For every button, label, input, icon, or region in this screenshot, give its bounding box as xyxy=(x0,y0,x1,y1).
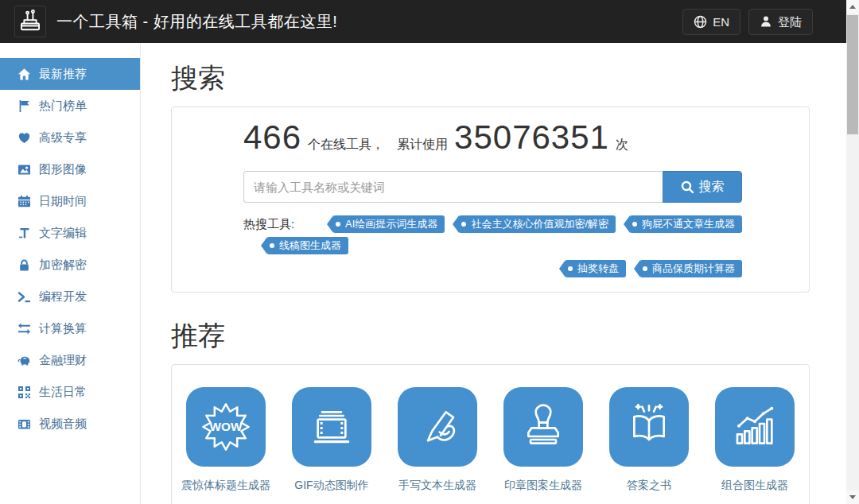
hot-row-2: 线稿图生成器 xyxy=(243,237,742,254)
sidebar-item-datetime[interactable]: 日期时间 xyxy=(0,185,140,217)
tool-count: 466 xyxy=(243,118,301,157)
search-button-label: 搜索 xyxy=(699,179,725,196)
language-label: EN xyxy=(713,16,729,28)
recommend-section-title: 推荐 xyxy=(171,318,846,353)
search-section-title: 搜索 xyxy=(171,60,846,95)
usage-label: 累计使用 xyxy=(397,137,448,153)
search-row: 搜索 xyxy=(243,171,742,203)
sidebar-item-graphics[interactable]: 图形图像 xyxy=(0,153,140,185)
top-navbar: 一个工具箱 - 好用的在线工具都在这里! EN xyxy=(0,0,846,43)
text-icon xyxy=(17,227,31,240)
hot-tag[interactable]: 狗屁不通文章生成器 xyxy=(630,215,742,233)
hot-tag-group: AI绘画提示词生成器 社会主义核心价值观加密/解密 狗屁不通文章生成器 xyxy=(333,215,742,233)
tool-gif-maker[interactable]: GIF动态图制作 xyxy=(292,387,371,493)
tool-label: 震惊体标题生成器 xyxy=(181,479,270,493)
scroll-down-arrow-icon xyxy=(849,495,856,499)
combo-chart-icon xyxy=(715,387,795,467)
site-logo[interactable] xyxy=(14,6,46,37)
login-label: 登陆 xyxy=(778,16,802,28)
site-title: 一个工具箱 - 好用的在线工具都在这里! xyxy=(56,11,337,33)
exchange-arrows-icon xyxy=(17,322,31,335)
tools-row: WOW 震惊体标题生成器 GIF动态图制作 xyxy=(180,387,801,493)
sidebar-item-premium[interactable]: 高级专享 xyxy=(0,122,140,153)
main-content: 搜索 466 个在线工具， 累计使用 35076351 次 搜索 xyxy=(141,43,846,504)
navbar-actions: EN 登陆 xyxy=(682,9,813,35)
sidebar-item-label: 加密解密 xyxy=(39,258,87,273)
user-icon xyxy=(760,15,772,28)
scroll-up-button[interactable] xyxy=(846,0,859,14)
hot-tag[interactable]: 线稿图生成器 xyxy=(267,237,348,254)
tool-combo-chart-generator[interactable]: 组合图生成器 xyxy=(715,387,795,493)
wow-text: WOW xyxy=(210,420,243,433)
sidebar: 最新推荐 热门榜单 高级专享 图形图像 日期时间 xyxy=(0,43,141,504)
sidebar-item-programming[interactable]: 编程开发 xyxy=(0,281,140,312)
hot-tag[interactable]: AI绘画提示词生成器 xyxy=(333,215,445,233)
sidebar-item-daily-life[interactable]: 生活日常 xyxy=(0,376,140,408)
tool-label: GIF动态图制作 xyxy=(294,479,368,493)
image-icon xyxy=(17,163,31,176)
usage-unit: 次 xyxy=(616,137,628,153)
sidebar-item-label: 计算换算 xyxy=(39,321,87,336)
tool-label: 答案之书 xyxy=(627,479,671,493)
language-button[interactable]: EN xyxy=(682,9,740,35)
sidebar-item-label: 最新推荐 xyxy=(39,67,87,82)
sidebar-item-label: 视频音频 xyxy=(39,417,87,432)
lock-icon xyxy=(17,258,31,272)
film-icon xyxy=(17,417,31,431)
recommend-card: WOW 震惊体标题生成器 GIF动态图制作 xyxy=(171,364,810,504)
tool-label: 组合图生成器 xyxy=(721,479,788,493)
search-button[interactable]: 搜索 xyxy=(663,171,742,203)
hot-tag-group: 抽奖转盘 商品保质期计算器 xyxy=(566,260,742,277)
piggy-bank-icon xyxy=(17,354,31,367)
sidebar-item-encryption[interactable]: 加密解密 xyxy=(0,249,140,281)
usage-count: 35076351 xyxy=(454,118,609,157)
hot-row-3: 抽奖转盘 商品保质期计算器 xyxy=(243,260,742,277)
toolbox-icon xyxy=(17,8,44,35)
sidebar-item-latest[interactable]: 最新推荐 xyxy=(0,58,140,90)
login-button[interactable]: 登陆 xyxy=(748,9,813,35)
tool-label: 印章图案生成器 xyxy=(504,479,582,493)
heart-icon xyxy=(17,131,31,145)
hot-tag[interactable]: 商品保质期计算器 xyxy=(640,260,742,277)
sidebar-item-text-edit[interactable]: 文字编辑 xyxy=(0,217,140,249)
tool-count-unit: 个在线工具， xyxy=(308,137,384,153)
sidebar-item-video-audio[interactable]: 视频音频 xyxy=(0,408,140,440)
sidebar-item-label: 金融理财 xyxy=(39,353,87,368)
hot-row-1: 热搜工具: AI绘画提示词生成器 社会主义核心价值观加密/解密 狗屁不通文章生成… xyxy=(243,215,742,233)
hot-tag[interactable]: 社会主义核心价值观加密/解密 xyxy=(459,215,616,233)
magnifier-icon xyxy=(681,180,694,194)
terminal-icon xyxy=(17,290,31,304)
search-card: 466 个在线工具， 累计使用 35076351 次 搜索 热搜工具: xyxy=(171,107,810,293)
tool-stamp-generator[interactable]: 印章图案生成器 xyxy=(503,387,583,493)
sidebar-item-finance[interactable]: 金融理财 xyxy=(0,344,140,376)
sidebar-item-label: 高级专享 xyxy=(39,130,87,145)
open-book-icon xyxy=(609,387,689,467)
hot-tag[interactable]: 抽奖转盘 xyxy=(566,260,626,277)
sidebar-item-conversion[interactable]: 计算换算 xyxy=(0,312,140,344)
page-scrollbar[interactable] xyxy=(846,0,859,504)
calendar-icon xyxy=(17,195,31,208)
handwriting-pen-icon xyxy=(398,387,477,467)
qr-code-icon xyxy=(17,386,31,399)
flag-icon xyxy=(17,99,31,113)
hot-search-label: 热搜工具: xyxy=(243,217,294,232)
stamp-icon xyxy=(503,387,583,467)
page: 一个工具箱 - 好用的在线工具都在这里! EN xyxy=(0,0,859,504)
hot-search-area: 热搜工具: AI绘画提示词生成器 社会主义核心价值观加密/解密 狗屁不通文章生成… xyxy=(243,215,742,277)
globe-icon xyxy=(694,15,707,29)
wow-burst-icon: WOW xyxy=(186,387,266,467)
sidebar-item-label: 生活日常 xyxy=(39,385,87,400)
sidebar-item-label: 热门榜单 xyxy=(39,99,87,114)
tool-handwriting-generator[interactable]: 手写文本生成器 xyxy=(398,387,477,493)
sidebar-item-hot-ranking[interactable]: 热门榜单 xyxy=(0,90,140,122)
tool-book-of-answers[interactable]: 答案之书 xyxy=(609,387,689,493)
sidebar-item-label: 文字编辑 xyxy=(39,226,87,241)
gif-film-icon xyxy=(292,387,371,467)
scrollbar-thumb[interactable] xyxy=(847,15,858,134)
home-icon xyxy=(17,68,31,81)
search-input[interactable] xyxy=(243,171,663,203)
sidebar-item-label: 日期时间 xyxy=(39,194,87,209)
scroll-up-arrow-icon xyxy=(849,5,856,9)
tool-shock-title-generator[interactable]: WOW 震惊体标题生成器 xyxy=(186,387,266,493)
scroll-down-button[interactable] xyxy=(846,490,859,504)
